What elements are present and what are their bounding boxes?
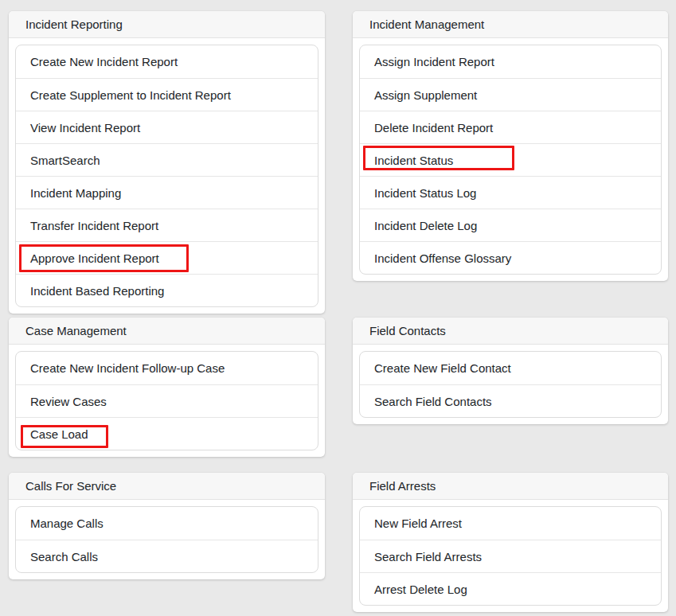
menu-item-incident-based-reporting[interactable]: Incident Based Reporting: [16, 274, 318, 306]
panel-row: Incident ReportingCreate New Incident Re…: [9, 11, 668, 314]
menu-item-label: View Incident Report: [30, 121, 140, 135]
menu-item-label: Approve Incident Report: [30, 251, 159, 265]
menu-item-label: Case Load: [30, 427, 88, 441]
menu-item-label: New Field Arrest: [374, 517, 462, 530]
menu-item-view-incident-report[interactable]: View Incident Report: [16, 111, 318, 143]
menu-item-search-calls[interactable]: Search Calls: [16, 540, 318, 572]
menu-item-label: Create New Incident Follow-up Case: [30, 361, 225, 375]
panel-grid: Incident ReportingCreate New Incident Re…: [9, 11, 668, 612]
menu-item-review-cases[interactable]: Review Cases: [16, 384, 318, 417]
panel-title: Incident Reporting: [25, 18, 123, 31]
menu-item-create-new-incident-follow-up-case[interactable]: Create New Incident Follow-up Case: [16, 352, 318, 384]
menu-item-search-field-arrests[interactable]: Search Field Arrests: [360, 540, 661, 572]
panel-header: Incident Reporting: [9, 11, 325, 38]
menu-item-label: Create Supplement to Incident Report: [30, 88, 231, 102]
panel-incident-management: Incident ManagementAssign Incident Repor…: [353, 11, 668, 281]
menu-item-label: Incident Offense Glossary: [374, 251, 511, 265]
menu-list: Create New Incident ReportCreate Supplem…: [15, 45, 318, 307]
menu-item-smartsearch[interactable]: SmartSearch: [16, 143, 318, 176]
panel-header: Calls For Service: [9, 473, 325, 500]
panel-title: Field Arrests: [369, 479, 436, 493]
menu-item-label: Search Field Contacts: [374, 395, 492, 408]
menu-list: Assign Incident ReportAssign SupplementD…: [359, 45, 662, 275]
menu-item-label: Incident Status: [374, 154, 453, 167]
menu-item-transfer-incident-report[interactable]: Transfer Incident Report: [16, 209, 318, 241]
menu-item-label: Incident Status Log: [374, 186, 476, 200]
menu-item-approve-incident-report[interactable]: Approve Incident Report: [16, 241, 318, 274]
menu-item-label: SmartSearch: [30, 154, 100, 167]
panel-body: Assign Incident ReportAssign SupplementD…: [353, 38, 668, 281]
menu-item-label: Incident Delete Log: [374, 219, 477, 232]
menu-item-incident-status-log[interactable]: Incident Status Log: [360, 176, 661, 209]
menu-item-arrest-delete-log[interactable]: Arrest Delete Log: [360, 572, 661, 605]
menu-item-label: Incident Based Reporting: [30, 284, 164, 298]
menu-list: Create New Incident Follow-up CaseReview…: [15, 351, 318, 450]
panel-title: Field Contacts: [369, 324, 446, 337]
menu-item-label: Manage Calls: [30, 517, 104, 530]
panel-row: Calls For ServiceManage CallsSearch Call…: [9, 473, 668, 612]
menu-item-create-supplement-to-incident-report[interactable]: Create Supplement to Incident Report: [16, 78, 318, 111]
menu-item-label: Create New Field Contact: [374, 361, 511, 375]
panel-header: Case Management: [9, 318, 325, 345]
menu-item-new-field-arrest[interactable]: New Field Arrest: [360, 507, 661, 540]
menu-item-incident-status[interactable]: Incident Status: [360, 143, 661, 176]
panel-incident-reporting: Incident ReportingCreate New Incident Re…: [9, 11, 325, 314]
menu-item-case-load[interactable]: Case Load: [16, 417, 318, 450]
panel-field-contacts: Field ContactsCreate New Field ContactSe…: [353, 318, 668, 424]
panel-body: New Field ArrestSearch Field ArrestsArre…: [353, 500, 668, 612]
panel-body: Create New Incident Follow-up CaseReview…: [9, 345, 325, 457]
panel-title: Calls For Service: [25, 479, 116, 493]
menu-list: New Field ArrestSearch Field ArrestsArre…: [359, 506, 662, 606]
panel-field-arrests: Field ArrestsNew Field ArrestSearch Fiel…: [353, 473, 668, 612]
menu-item-label: Incident Mapping: [30, 186, 121, 200]
panel-title: Case Management: [25, 324, 127, 337]
menu-item-create-new-field-contact[interactable]: Create New Field Contact: [360, 352, 661, 384]
panel-header: Incident Management: [353, 11, 668, 38]
menu-item-create-new-incident-report[interactable]: Create New Incident Report: [16, 45, 318, 78]
panel-header: Field Arrests: [353, 473, 668, 500]
menu-item-assign-supplement[interactable]: Assign Supplement: [360, 78, 661, 111]
menu-item-label: Create New Incident Report: [30, 55, 178, 68]
panel-header: Field Contacts: [353, 318, 668, 345]
menu-item-label: Transfer Incident Report: [30, 219, 158, 232]
panel-case-management: Case ManagementCreate New Incident Follo…: [9, 318, 325, 457]
menu-item-incident-mapping[interactable]: Incident Mapping: [16, 176, 318, 209]
menu-item-incident-offense-glossary[interactable]: Incident Offense Glossary: [360, 241, 661, 274]
panel-body: Manage CallsSearch Calls: [9, 500, 325, 579]
panel-row: Case ManagementCreate New Incident Follo…: [9, 318, 668, 457]
panel-title: Incident Management: [369, 18, 484, 31]
panel-body: Create New Incident ReportCreate Supplem…: [9, 38, 325, 314]
menu-list: Create New Field ContactSearch Field Con…: [359, 351, 662, 418]
menu-item-label: Search Calls: [30, 550, 98, 563]
menu-item-label: Delete Incident Report: [374, 121, 493, 135]
menu-item-incident-delete-log[interactable]: Incident Delete Log: [360, 209, 661, 241]
menu-item-assign-incident-report[interactable]: Assign Incident Report: [360, 45, 661, 78]
panel-calls-for-service: Calls For ServiceManage CallsSearch Call…: [9, 473, 325, 579]
panel-body: Create New Field ContactSearch Field Con…: [353, 345, 668, 424]
menu-item-label: Arrest Delete Log: [374, 583, 467, 596]
menu-item-search-field-contacts[interactable]: Search Field Contacts: [360, 384, 661, 417]
menu-item-label: Review Cases: [30, 395, 107, 408]
menu-item-label: Search Field Arrests: [374, 550, 482, 563]
menu-item-label: Assign Incident Report: [374, 55, 494, 68]
menu-item-delete-incident-report[interactable]: Delete Incident Report: [360, 111, 661, 143]
menu-item-label: Assign Supplement: [374, 88, 477, 102]
menu-item-manage-calls[interactable]: Manage Calls: [16, 507, 318, 540]
menu-list: Manage CallsSearch Calls: [15, 506, 318, 573]
